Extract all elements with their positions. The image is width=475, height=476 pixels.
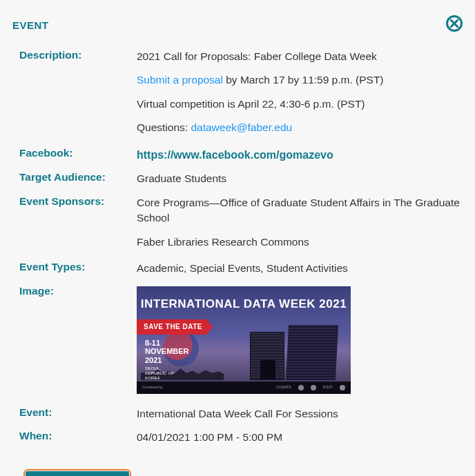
sponsor-1: Core Programs—Office of Graduate Student… [137, 195, 460, 226]
banner-loc-2: REPUBLIC OF [145, 371, 174, 376]
submit-deadline-text: by March 17 by 11:59 p.m. (PST) [223, 74, 384, 86]
questions-email-link[interactable]: dataweek@faber.edu [191, 121, 292, 133]
event-types-label: Event Types: [12, 258, 137, 276]
when-value: 04/01/2021 1:00 PM - 5:00 PM [137, 427, 463, 448]
banner-date-year: 2021 [145, 356, 189, 365]
banner-logo-strip: Convened by CODATA KISTI [137, 381, 351, 394]
banner-date-days: 8-11 [145, 339, 189, 348]
event-types-value: Academic, Special Events, Student Activi… [137, 258, 463, 279]
submit-proposal-link[interactable]: Submit a proposal [137, 74, 223, 86]
banner-date: 8-11 NOVEMBER 2021 [145, 339, 189, 365]
sponsor-2: Faber Libraries Research Commons [137, 235, 460, 250]
event-sponsors-label: Event Sponsors: [12, 192, 137, 210]
banner-sponsor-logo [311, 385, 316, 390]
banner-title: INTERNATIONAL DATA WEEK 2021 [137, 296, 351, 313]
banner-loc-1: SEOUL, [145, 366, 174, 371]
banner-loc-3: KOREA [145, 376, 174, 381]
close-button[interactable] [446, 15, 463, 32]
facebook-link[interactable]: https://www.facebook.com/gomazevo [137, 149, 333, 161]
banner-sponsor-logo: CODATA [276, 385, 291, 390]
event-name-label: Event: [12, 404, 137, 422]
event-image: INTERNATIONAL DATA WEEK 2021 SAVE THE DA… [137, 286, 351, 394]
questions-prefix: Questions: [137, 121, 191, 133]
dialog-title: EVENT [12, 19, 49, 31]
description-line3: Virtual competition is April 22, 4:30-6 … [137, 97, 460, 112]
target-audience-value: Graduate Students [137, 168, 463, 189]
banner-date-month: NOVEMBER [145, 347, 189, 356]
image-label: Image: [12, 282, 137, 300]
close-icon [450, 19, 458, 28]
description-line1: 2021 Call for Proposals: Faber College D… [137, 49, 460, 64]
banner-sponsor-text: Convened by [142, 385, 162, 390]
event-sponsors-value: Core Programs—Office of Graduate Student… [137, 192, 463, 255]
done-button[interactable]: Done [26, 472, 128, 476]
facebook-label: Facebook: [12, 144, 137, 162]
banner-ribbon: SAVE THE DATE [137, 319, 213, 335]
banner-building-1 [250, 332, 284, 380]
target-audience-label: Target Audience: [12, 168, 137, 186]
banner-sponsor-logo [340, 385, 345, 390]
when-label: When: [12, 427, 137, 445]
banner-location: SEOUL, REPUBLIC OF KOREA [145, 366, 174, 381]
event-name-value: International Data Week Call For Session… [137, 404, 463, 424]
banner-building-2 [286, 325, 338, 380]
description-value: 2021 Call for Proposals: Faber College D… [137, 46, 463, 141]
banner-sponsor-logo: KISTI [323, 385, 333, 390]
description-label: Description: [12, 46, 137, 64]
banner-sponsor-logo [298, 385, 304, 390]
